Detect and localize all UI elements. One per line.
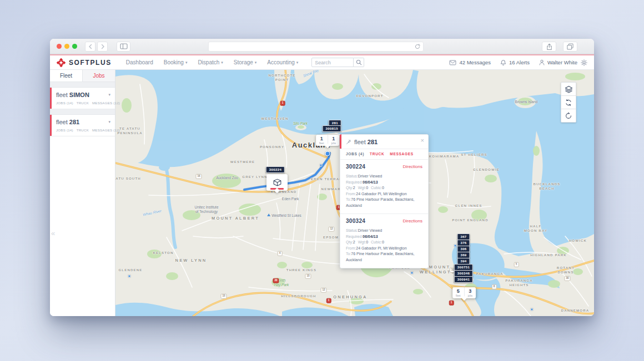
- fleet-prefix: fleet: [56, 119, 68, 125]
- minimize-window-icon[interactable]: [64, 44, 69, 49]
- job-detail-value: 06/04/13: [363, 180, 378, 184]
- popup-job-list: 300224DirectionsStatus:Driver ViewedRequ…: [340, 160, 428, 268]
- cluster-marker[interactable]: 1fleet1jobs: [316, 135, 339, 146]
- settings-button[interactable]: [581, 59, 587, 66]
- job-detail-value: 76 Pine Harbour Parade, Beachlans, Auckl…: [346, 197, 414, 207]
- nav-item-dispatch[interactable]: Dispatch▾: [198, 59, 223, 65]
- logo-cross-icon: [57, 58, 66, 67]
- job-id: 300224: [346, 164, 365, 170]
- job-detail-label: To:: [346, 197, 351, 201]
- job-detail-line: From:24 Gabador Pl, Mt Wellington: [346, 191, 422, 197]
- search-input[interactable]: [311, 58, 354, 67]
- status-envelope[interactable]: 42 Messages: [449, 59, 491, 65]
- marker-status-bar: [270, 188, 284, 190]
- nav-item-booking[interactable]: Booking▾: [164, 59, 188, 65]
- popup-tab-messages[interactable]: MESSAGES: [390, 152, 413, 156]
- job-detail-label: Required:: [346, 180, 363, 184]
- app-header: SOFTPLUS DashboardBooking▾Dispatch▾Stora…: [50, 54, 594, 70]
- divider: [50, 109, 115, 115]
- back-button[interactable]: [85, 42, 95, 52]
- package-marker[interactable]: [266, 174, 288, 191]
- directions-link[interactable]: Directions: [402, 164, 422, 169]
- job-detail-line: Qty:2Wgt:0Cubic:0: [346, 240, 422, 246]
- cluster-marker[interactable]: 5fleet3jobs: [452, 287, 476, 298]
- nav-item-label: Dashboard: [126, 59, 153, 65]
- status-user[interactable]: Walter White: [539, 59, 577, 65]
- job-detail-pair: Cubic:0: [371, 186, 384, 190]
- popup-tab-jobs-4-[interactable]: JOBS (4): [346, 152, 364, 156]
- cluster-label: fleet: [456, 294, 461, 297]
- cluster-label: jobs: [331, 142, 336, 145]
- status-label: Walter White: [547, 59, 577, 65]
- zoom-window-icon[interactable]: [72, 44, 77, 49]
- caret-down-icon[interactable]: ▾: [108, 93, 110, 97]
- cluster-count: 1: [319, 136, 324, 141]
- job-detail-pair: Qty:2: [346, 240, 355, 244]
- collapse-chevron-icon[interactable]: «: [51, 230, 55, 237]
- job-detail-value: 2: [353, 240, 355, 244]
- job-detail-label: Qty:: [346, 186, 353, 190]
- job-detail-pair: Qty:2: [346, 186, 355, 190]
- fleet-card-title: fleetSIMON▾: [56, 91, 110, 98]
- job-item: 300224DirectionsStatus:Driver ViewedRequ…: [340, 160, 428, 214]
- nav-item-storage[interactable]: Storage▾: [234, 59, 257, 65]
- map-canvas[interactable]: TE ATATU PENINSULATE ATATU SOUTHNORTHCOT…: [115, 70, 594, 316]
- popup-tab-truck[interactable]: TRUCK: [370, 152, 384, 156]
- fleet-card-simon[interactable]: fleetSIMON▾JOBS (14)TRUCKMESSAGES (12): [50, 88, 115, 109]
- url-input[interactable]: [212, 44, 415, 50]
- nav-item-accounting[interactable]: Accounting▾: [267, 59, 298, 65]
- job-detail-label: Cubic:: [371, 240, 382, 244]
- url-bar[interactable]: [208, 42, 424, 52]
- transit-station-icon: [454, 245, 457, 247]
- refresh-icon[interactable]: [415, 44, 420, 49]
- cluster-count: 5: [456, 289, 461, 294]
- close-window-icon[interactable]: [57, 44, 62, 49]
- job-detail-pair: Required:06/04/13: [346, 235, 378, 238]
- status-label: 16 Alerts: [509, 59, 530, 65]
- search-box: [311, 58, 364, 67]
- map-control-layers[interactable]: [561, 82, 576, 96]
- status-bell[interactable]: 16 Alerts: [500, 59, 530, 66]
- job-detail-value: 0: [366, 186, 368, 190]
- job-badge[interactable]: 300224: [266, 166, 285, 173]
- fleet-stat: MESSAGES (12): [92, 101, 120, 105]
- share-button[interactable]: [542, 42, 556, 52]
- job-detail-label: Wgt:: [358, 240, 366, 244]
- caret-down-icon: ▾: [255, 60, 257, 65]
- map-control-sync[interactable]: [561, 95, 576, 109]
- traffic-lights: [57, 44, 77, 49]
- sidebar-icon: [120, 43, 128, 49]
- map-control-rotate[interactable]: [561, 109, 576, 123]
- job-detail-pair: From:24 Gabador Pl, Mt Wellington: [346, 246, 407, 250]
- softplus-logo[interactable]: SOFTPLUS: [57, 58, 112, 67]
- job-badge[interactable]: 300941: [454, 276, 473, 283]
- caret-down-icon: ▾: [185, 60, 188, 65]
- tab-jobs[interactable]: Jobs: [83, 70, 115, 82]
- search-button[interactable]: [354, 58, 364, 67]
- browser-window: SOFTPLUS DashboardBooking▾Dispatch▾Stora…: [50, 39, 594, 316]
- job-detail-line: From:24 Gabador Pl, Mt Wellington: [346, 246, 422, 252]
- fleet-stats: JOBS (14)TRUCKMESSAGES (12): [56, 128, 110, 132]
- cluster-count: 1: [331, 136, 336, 141]
- fleet-card-281[interactable]: fleet281▾JOBS (14)TRUCKMESSAGES (12): [50, 115, 115, 136]
- forward-button[interactable]: [97, 42, 108, 52]
- job-detail-label: From:: [346, 246, 356, 250]
- cluster-cell: 5fleet: [452, 287, 464, 298]
- nav-item-dashboard[interactable]: Dashboard: [126, 59, 153, 65]
- tabs-overview-button[interactable]: [563, 42, 577, 52]
- directions-link[interactable]: Directions: [402, 218, 422, 223]
- tab-fleet[interactable]: Fleet: [50, 70, 83, 82]
- vehicle-pin[interactable]: [325, 151, 330, 156]
- caret-down-icon: ▾: [296, 60, 299, 65]
- caret-down-icon[interactable]: ▾: [108, 120, 110, 124]
- sidebar-toggle-button[interactable]: [117, 42, 130, 52]
- job-badge[interactable]: 300815: [323, 125, 341, 132]
- envelope-icon: [449, 60, 456, 65]
- fleet-name: 281: [69, 119, 79, 125]
- close-icon[interactable]: ×: [421, 138, 424, 144]
- job-header: 300324Directions: [346, 218, 422, 224]
- fleet-stat: MESSAGES (12): [92, 128, 120, 132]
- job-detail-line: Required:06/04/13: [346, 180, 422, 186]
- job-header: 300224Directions: [346, 164, 422, 170]
- fleet-prefix: fleet: [56, 91, 68, 98]
